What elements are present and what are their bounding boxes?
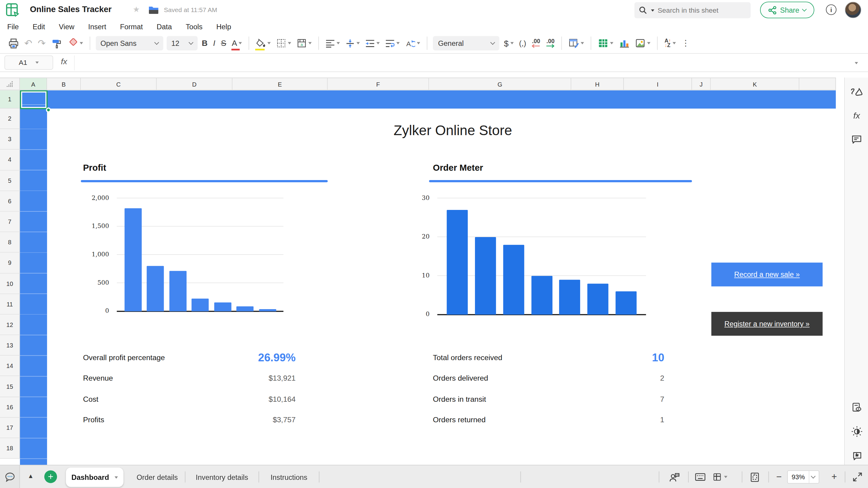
column-header-A[interactable]: A — [20, 78, 47, 90]
fill-handle[interactable] — [46, 107, 51, 113]
currency-format-button[interactable]: $ — [501, 36, 516, 51]
chat-button[interactable] — [0, 465, 20, 488]
row-header-13[interactable]: 13 — [0, 335, 20, 355]
borders-button[interactable] — [274, 36, 294, 51]
row-header-11[interactable]: 11 — [0, 294, 20, 315]
zoom-level-select[interactable]: 93% — [787, 470, 819, 484]
add-sheet-button[interactable]: + — [44, 470, 57, 483]
search-options-caret-icon[interactable] — [651, 9, 654, 11]
strikethrough-button[interactable]: S — [218, 36, 229, 51]
zia-assistant-icon[interactable] — [845, 83, 868, 102]
insert-image-button[interactable] — [632, 36, 653, 51]
redo-button[interactable]: ↷ — [35, 36, 49, 51]
formula-input[interactable] — [74, 56, 863, 70]
folder-move-icon[interactable] — [148, 5, 159, 15]
menu-format[interactable]: Format — [120, 22, 143, 31]
fit-to-selection-button[interactable] — [747, 470, 762, 484]
row-header-12[interactable]: 12 — [0, 315, 20, 335]
column-header-E[interactable]: E — [232, 78, 328, 90]
indent-button[interactable] — [363, 36, 383, 51]
user-avatar[interactable] — [845, 2, 861, 19]
zoom-out-button[interactable]: − — [772, 470, 786, 484]
font-color-button[interactable]: A — [229, 36, 245, 51]
order-meter-bar-chart[interactable]: 3020100 — [437, 198, 646, 315]
row-header-8[interactable]: 8 — [0, 232, 20, 253]
paint-format-button[interactable] — [49, 36, 64, 51]
record-new-sale-button[interactable]: Record a new sale » — [711, 263, 823, 287]
keyboard-shortcuts-button[interactable] — [693, 470, 708, 484]
cell-reference-box[interactable]: A1 — [4, 56, 53, 70]
italic-button[interactable]: I — [210, 36, 218, 51]
row-header-7[interactable]: 7 — [0, 212, 20, 232]
column-header-partial[interactable] — [799, 78, 836, 90]
font-family-select[interactable]: Open Sans — [96, 36, 163, 50]
increase-decimal-button[interactable]: .00 — [544, 36, 558, 51]
decrease-decimal-button[interactable]: .00 — [529, 36, 544, 51]
tab-instructions[interactable]: Instructions — [265, 465, 313, 488]
column-header-I[interactable]: I — [624, 78, 692, 90]
insert-chart-button[interactable] — [616, 36, 632, 51]
menu-tools[interactable]: Tools — [186, 22, 203, 31]
undo-button[interactable]: ↶ — [22, 36, 35, 51]
merge-cells-button[interactable]: a — [294, 36, 315, 51]
row-header-5[interactable]: 5 — [0, 170, 20, 191]
print-button[interactable] — [5, 36, 22, 51]
vertical-align-button[interactable] — [343, 36, 363, 51]
collaborators-button[interactable] — [667, 470, 681, 484]
row-header-14[interactable]: 14 — [0, 356, 20, 376]
insert-table-button[interactable] — [595, 36, 616, 51]
register-new-inventory-button[interactable]: Register a new inventory » — [711, 312, 823, 336]
row-header-10[interactable]: 10 — [0, 273, 20, 294]
fill-color-button[interactable] — [253, 36, 274, 51]
menu-file[interactable]: File — [7, 22, 19, 31]
tab-order-details[interactable]: Order details — [130, 465, 185, 488]
menu-edit[interactable]: Edit — [33, 22, 45, 31]
collapse-sheetbar-button[interactable]: ▲ — [28, 472, 34, 479]
favorite-star-icon[interactable]: ★ — [133, 5, 140, 14]
row-header-4[interactable]: 4 — [0, 150, 20, 170]
feedback-icon[interactable] — [845, 446, 868, 465]
zoom-in-button[interactable]: + — [827, 470, 841, 484]
row-header-9[interactable]: 9 — [0, 253, 20, 273]
menu-help[interactable]: Help — [216, 22, 231, 31]
row-header-16[interactable]: 16 — [0, 397, 20, 418]
column-header-G[interactable]: G — [429, 78, 571, 90]
tab-options-caret-icon[interactable] — [115, 476, 118, 478]
row-header-17[interactable]: 17 — [0, 418, 20, 438]
wrap-text-button[interactable] — [383, 36, 403, 51]
row-header-15[interactable]: 15 — [0, 376, 20, 397]
profit-bar-chart[interactable]: 2,0001,5001,0005000 — [117, 198, 284, 312]
number-format-select[interactable]: General — [433, 36, 499, 50]
formula-expand-caret-icon[interactable] — [855, 62, 858, 64]
column-header-B[interactable]: B — [47, 78, 81, 90]
clear-format-button[interactable] — [64, 36, 86, 51]
comments-panel-icon[interactable] — [845, 130, 868, 148]
menu-view[interactable]: View — [59, 22, 74, 31]
column-header-J[interactable]: J — [692, 78, 711, 90]
row-header-3[interactable]: 3 — [0, 129, 20, 150]
document-title[interactable]: Online Sales Tracker — [30, 4, 112, 14]
text-rotation-button[interactable]: A — [403, 36, 423, 51]
fullscreen-button[interactable] — [850, 470, 865, 484]
select-all-corner[interactable] — [0, 78, 20, 90]
search-input[interactable] — [656, 6, 740, 15]
conditional-format-button[interactable] — [566, 36, 587, 51]
font-size-select[interactable]: 12 — [166, 36, 197, 50]
column-header-K[interactable]: K — [711, 78, 799, 90]
row-header-6[interactable]: 6 — [0, 191, 20, 211]
row-header-2[interactable]: 2 — [0, 109, 20, 129]
column-headers[interactable]: ABCDEFGHIJK — [20, 78, 836, 90]
tab-inventory-details[interactable]: Inventory details — [191, 465, 253, 488]
share-button[interactable]: Share — [760, 2, 814, 19]
more-tools-button[interactable]: ⋮ — [679, 36, 692, 51]
column-header-D[interactable]: D — [157, 78, 233, 90]
search-box[interactable] — [634, 2, 751, 18]
view-mode-icon[interactable] — [845, 398, 868, 417]
bold-button[interactable]: B — [199, 36, 210, 51]
comma-format-button[interactable]: (,) — [516, 36, 529, 51]
functions-panel-icon[interactable]: fx — [845, 107, 868, 125]
tab-dashboard[interactable]: Dashboard — [66, 467, 124, 487]
column-header-C[interactable]: C — [81, 78, 157, 90]
menu-insert[interactable]: Insert — [88, 22, 106, 31]
column-header-H[interactable]: H — [571, 78, 624, 90]
